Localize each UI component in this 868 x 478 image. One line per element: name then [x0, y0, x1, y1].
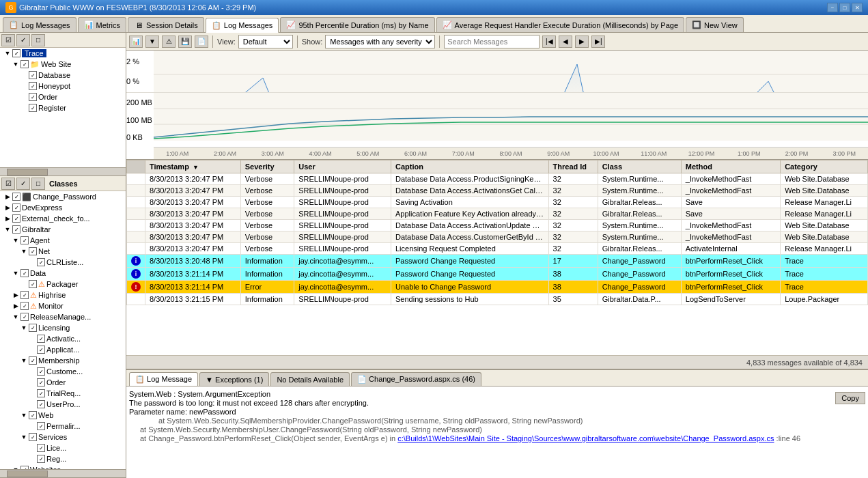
svc-label[interactable]: Services: [38, 433, 67, 441]
table-row[interactable]: 8/30/2013 3:20:47 PMVerboseSRELLIM\loupe…: [127, 197, 868, 208]
tree-node-activatic[interactable]: ▶ ✓ Activatic...: [0, 333, 126, 344]
tree-node-website[interactable]: ▼ ✓ 📁 Web Site: [0, 59, 126, 70]
check-web[interactable]: ✓: [29, 411, 37, 419]
close-button[interactable]: ✕: [852, 3, 863, 12]
check-agent[interactable]: ✓: [20, 236, 29, 244]
pkg-label[interactable]: Packager: [46, 280, 78, 288]
th-timestamp[interactable]: Timestamp ▼: [145, 160, 241, 173]
uncheck-btn2[interactable]: □: [31, 178, 45, 190]
check-data[interactable]: ✓: [20, 269, 29, 277]
tree-node-clr[interactable]: ▶ ✓ CLRListe...: [0, 257, 126, 268]
save-btn[interactable]: 💾: [178, 36, 192, 48]
tab-95th-percentile[interactable]: 📈 95th Percentile Duration (ms) by Name: [280, 17, 434, 32]
tree-node-net[interactable]: ▼ ✓ Net: [0, 246, 126, 257]
check-btn[interactable]: ✓: [16, 34, 30, 46]
tree-node-register[interactable]: ▶ ✓ Register: [0, 102, 126, 113]
tree-node-monitor[interactable]: ▶ ✓ ⚠ Monitor: [0, 300, 126, 311]
table-row[interactable]: 8/30/2013 3:20:47 PMVerboseSRELLIM\loupe…: [127, 208, 868, 220]
check-reg2[interactable]: ✓: [37, 455, 45, 463]
tree-node-licensing[interactable]: ▼ ✓ Licensing: [0, 322, 126, 333]
register-label[interactable]: Register: [38, 104, 66, 112]
expand-rel[interactable]: ▼: [11, 312, 20, 322]
expand-data[interactable]: ▼: [11, 268, 20, 278]
bottom-tab-exceptions[interactable]: ▼ Exceptions (1): [199, 372, 269, 386]
tree-node-trialreq[interactable]: ▶ ✓ TrialReq...: [0, 388, 126, 399]
tree-node-web[interactable]: ▼ ✓ Web: [0, 410, 126, 421]
tree-node-order[interactable]: ▶ ✓ Order: [0, 92, 126, 102]
th-method[interactable]: Method: [681, 160, 780, 173]
check-perm[interactable]: ✓: [37, 422, 45, 430]
tab-log-messages-2[interactable]: 📋 Log Messages: [206, 18, 279, 33]
bottom-tab-no-details[interactable]: No Details Available: [270, 372, 350, 386]
expand-mon[interactable]: ▶: [11, 301, 20, 311]
nav-prev[interactable]: ◀: [559, 36, 572, 48]
all-btn[interactable]: ☑: [1, 34, 15, 46]
tab-new-view[interactable]: 🔲 New View: [686, 17, 744, 32]
tree-node-applicat[interactable]: ▶ ✓ Applicat...: [0, 344, 126, 355]
net-label[interactable]: Net: [38, 247, 50, 255]
warning-btn[interactable]: ⚠: [162, 36, 176, 48]
tree-node-trace[interactable]: ▼ ✓ Trace: [0, 48, 126, 59]
hscroll-thumb[interactable]: [7, 169, 48, 175]
tab-log-messages-1[interactable]: 📋 Log Messages: [3, 17, 76, 32]
check-register[interactable]: ✓: [29, 104, 37, 112]
table-row[interactable]: i8/30/2013 3:20:48 PMInformationjay.cinc…: [127, 255, 868, 268]
check-usr[interactable]: ✓: [37, 400, 45, 408]
tree-node-agent[interactable]: ▼ ✓ Agent: [0, 235, 126, 246]
section1-hscroll[interactable]: [0, 167, 126, 175]
order-label[interactable]: Order: [38, 93, 57, 101]
hscroll-thumb2[interactable]: [7, 470, 48, 477]
ec-label[interactable]: External_check_fo...: [22, 214, 90, 223]
check-lice[interactable]: ✓: [37, 444, 45, 452]
trial-label[interactable]: TrialReq...: [46, 389, 81, 397]
th-class[interactable]: Class: [598, 160, 681, 173]
minimize-button[interactable]: −: [827, 3, 838, 12]
tree-node-services[interactable]: ▼ ✓ Services: [0, 432, 126, 442]
lice-label[interactable]: Lice...: [46, 444, 66, 452]
honeypot-label[interactable]: Honeypot: [38, 82, 70, 90]
copy-button[interactable]: Copy: [835, 392, 865, 404]
check-mem[interactable]: ✓: [29, 356, 37, 365]
check-trace[interactable]: ✓: [12, 49, 20, 57]
nav-prev-prev[interactable]: |◀: [542, 36, 556, 48]
check-dx[interactable]: ✓: [12, 203, 20, 212]
tree-node-devexpress[interactable]: ▶ ✓ DevExpress: [0, 202, 126, 213]
tab-session-details[interactable]: 🖥 Session Details: [128, 17, 204, 32]
tree-node-custome[interactable]: ▶ ✓ Custome...: [0, 366, 126, 377]
expand-cp[interactable]: ▶: [3, 192, 12, 201]
show-select[interactable]: Messages with any severity: [325, 35, 435, 48]
check-svc[interactable]: ✓: [29, 433, 37, 441]
check-app[interactable]: ✓: [37, 346, 45, 354]
tree-node-membership[interactable]: ▼ ✓ Membership: [0, 355, 126, 366]
bottom-tab-changepwd[interactable]: 📄 Change_Password.aspx.cs (46): [351, 372, 481, 386]
expand-website[interactable]: ▼: [11, 59, 20, 69]
th-category[interactable]: Category: [781, 160, 868, 173]
expand-net[interactable]: ▼: [19, 247, 29, 256]
ord2-label[interactable]: Order: [46, 378, 66, 386]
expand-mem[interactable]: ▼: [19, 356, 29, 365]
app-label[interactable]: Applicat...: [46, 346, 79, 354]
dx-label[interactable]: DevExpress: [22, 203, 62, 212]
expand-hi[interactable]: ▶: [11, 290, 20, 300]
expand-svc[interactable]: ▼: [19, 432, 29, 442]
tree-node-gibraltar[interactable]: ▼ ✓ Gibraltar: [0, 224, 126, 235]
table-row[interactable]: 8/30/2013 3:20:47 PMVerboseSRELLIM\loupe…: [127, 243, 868, 255]
reg2-label[interactable]: Reg...: [46, 455, 66, 463]
tree-node-websites[interactable]: ▼ ✓ Websites: [0, 464, 126, 469]
expand-agent[interactable]: ▼: [11, 236, 20, 245]
tree-node-permalir[interactable]: ▶ ✓ Permalir...: [0, 421, 126, 432]
check-act[interactable]: ✓: [37, 335, 45, 343]
view-select[interactable]: Default: [238, 35, 293, 48]
tab-metrics[interactable]: 📊 Metrics: [78, 17, 126, 32]
tree-node-reg[interactable]: ▶ ✓ Reg...: [0, 453, 126, 464]
funnel-btn[interactable]: ▼: [145, 36, 159, 48]
tree-node-highrise[interactable]: ▶ ✓ ⚠ Highrise: [0, 290, 126, 300]
check-lic[interactable]: ✓: [29, 324, 37, 332]
check-btn2[interactable]: ✓: [16, 178, 30, 190]
filter-btn[interactable]: 📊: [129, 36, 143, 48]
usr-label[interactable]: UserPro...: [46, 400, 81, 408]
check-mon[interactable]: ✓: [20, 302, 29, 310]
expand-trace[interactable]: ▼: [3, 48, 12, 58]
title-controls[interactable]: − □ ✕: [827, 3, 863, 12]
tree-node-order2[interactable]: ▶ ✓ Order: [0, 377, 126, 388]
